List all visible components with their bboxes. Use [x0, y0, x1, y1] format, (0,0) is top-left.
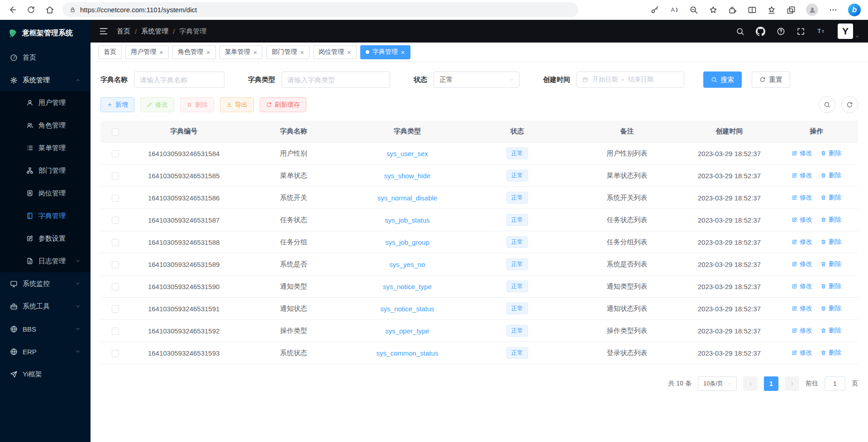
row-checkbox[interactable]: [112, 261, 119, 268]
extensions-icon[interactable]: [728, 5, 737, 14]
add-button[interactable]: 新增: [100, 97, 134, 112]
breadcrumb-home[interactable]: 首页: [117, 27, 130, 36]
dict-type-link[interactable]: sys_common_status: [377, 349, 439, 357]
user-avatar[interactable]: Y: [838, 24, 859, 39]
lock-icon[interactable]: [69, 6, 76, 13]
row-checkbox[interactable]: [112, 328, 119, 335]
close-icon[interactable]: ×: [401, 49, 405, 56]
favorites-add-icon[interactable]: [709, 5, 718, 14]
hamburger-icon[interactable]: [99, 27, 108, 36]
close-icon[interactable]: ×: [347, 49, 351, 56]
font-size-icon[interactable]: TT: [816, 27, 826, 36]
edit-row-link[interactable]: 修改: [792, 327, 812, 335]
edit-row-link[interactable]: 修改: [792, 216, 812, 224]
row-checkbox[interactable]: [112, 195, 119, 202]
dict-type-link[interactable]: sys_show_hide: [384, 172, 431, 180]
date-range-picker[interactable]: 开始日期 - 结束日期: [577, 71, 684, 88]
edit-row-link[interactable]: 修改: [792, 149, 812, 157]
edit-row-link[interactable]: 修改: [792, 304, 812, 313]
split-screen-icon[interactable]: [748, 5, 757, 14]
prev-page-button[interactable]: [743, 376, 758, 391]
sidebar-item-system-tools[interactable]: 系统工具: [0, 295, 91, 318]
favorites-bar-icon[interactable]: [767, 5, 776, 14]
delete-row-link[interactable]: 删除: [820, 282, 841, 290]
delete-row-link[interactable]: 删除: [820, 149, 841, 157]
dict-type-link[interactable]: sys_yes_no: [389, 261, 425, 268]
refresh-cache-button[interactable]: 刷新缓存: [260, 97, 306, 112]
close-icon[interactable]: ×: [300, 49, 304, 56]
edit-row-link[interactable]: 修改: [792, 194, 812, 202]
tab-dict-mgmt[interactable]: 字典管理×: [360, 45, 410, 59]
edit-row-link[interactable]: 修改: [792, 282, 812, 290]
edit-row-link[interactable]: 修改: [792, 171, 812, 180]
breadcrumb-system-mgmt[interactable]: 系统管理: [141, 27, 168, 36]
goto-page-input[interactable]: [825, 376, 845, 391]
sidebar-item-system-mgmt[interactable]: 系统管理: [0, 69, 91, 91]
sidebar-item-bbs[interactable]: BBS: [0, 318, 91, 340]
collections-icon[interactable]: [787, 5, 796, 14]
delete-row-link[interactable]: 删除: [820, 327, 841, 335]
close-icon[interactable]: ×: [206, 49, 210, 56]
dict-type-link[interactable]: sys_job_group: [385, 238, 429, 246]
tab-menu-mgmt[interactable]: 菜单管理×: [219, 45, 263, 59]
sidebar-item-yi-framework[interactable]: Yi框架: [0, 363, 91, 385]
status-select[interactable]: 正常: [434, 71, 520, 88]
show-search-toggle[interactable]: [819, 96, 835, 113]
tab-role-mgmt[interactable]: 角色管理×: [172, 45, 216, 59]
profile-avatar[interactable]: [806, 4, 818, 16]
edit-row-link[interactable]: 修改: [792, 260, 812, 268]
page-size-select[interactable]: 10条/页: [698, 376, 737, 391]
key-icon[interactable]: [650, 5, 659, 14]
copilot-icon[interactable]: b: [848, 4, 861, 16]
sidebar-item-home[interactable]: 首页: [0, 46, 91, 69]
page-number-current[interactable]: 1: [764, 376, 778, 391]
search-icon[interactable]: [736, 27, 744, 36]
dict-type-link[interactable]: sys_normal_disable: [377, 194, 438, 202]
zoom-out-icon[interactable]: [689, 5, 698, 14]
delete-row-link[interactable]: 删除: [820, 260, 841, 268]
read-aloud-icon[interactable]: A: [670, 5, 679, 14]
sidebar-item-role-mgmt[interactable]: 角色管理: [0, 114, 91, 137]
more-icon[interactable]: [829, 5, 838, 14]
fullscreen-icon[interactable]: [796, 27, 805, 36]
row-checkbox[interactable]: [112, 350, 119, 357]
dict-type-link[interactable]: sys_user_sex: [386, 150, 428, 157]
sidebar-item-log-mgmt[interactable]: 日志管理: [0, 250, 91, 272]
address-bar[interactable]: https://ccnetcore.com:1101/system/dict: [62, 2, 578, 17]
sidebar-item-erp[interactable]: ERP: [0, 340, 91, 363]
row-checkbox[interactable]: [112, 305, 119, 313]
tab-post-mgmt[interactable]: 岗位管理×: [313, 45, 357, 59]
reset-button[interactable]: 重置: [752, 71, 790, 88]
back-icon[interactable]: [7, 5, 17, 14]
sidebar-item-param-settings[interactable]: 参数设置: [0, 227, 91, 250]
next-page-button[interactable]: [785, 376, 799, 391]
dict-type-link[interactable]: sys_notice_status: [380, 305, 434, 313]
dict-type-link[interactable]: sys_notice_type: [383, 283, 432, 290]
delete-row-link[interactable]: 删除: [820, 349, 841, 357]
export-button[interactable]: 导出: [220, 97, 254, 112]
close-icon[interactable]: ×: [253, 49, 258, 56]
close-icon[interactable]: ×: [159, 49, 163, 56]
delete-row-link[interactable]: 删除: [820, 216, 841, 224]
dict-name-input[interactable]: [134, 71, 224, 88]
sidebar-item-dict-mgmt[interactable]: 字典管理: [0, 204, 91, 227]
tab-home[interactable]: 首页: [98, 45, 122, 59]
row-checkbox[interactable]: [112, 283, 119, 290]
sidebar-item-post-mgmt[interactable]: 岗位管理: [0, 182, 91, 204]
edit-button[interactable]: 修改: [140, 97, 174, 112]
sidebar-item-system-monitor[interactable]: 系统监控: [0, 272, 91, 295]
dict-type-link[interactable]: sys_job_status: [385, 216, 429, 224]
dict-type-input[interactable]: [281, 71, 390, 88]
row-checkbox[interactable]: [112, 239, 119, 246]
tab-user-mgmt[interactable]: 用户管理×: [125, 45, 169, 59]
refresh-icon[interactable]: [27, 5, 35, 14]
row-checkbox[interactable]: [112, 150, 119, 157]
edit-row-link[interactable]: 修改: [792, 238, 812, 246]
select-all-checkbox[interactable]: [112, 128, 119, 136]
delete-row-link[interactable]: 删除: [820, 171, 841, 180]
delete-row-link[interactable]: 删除: [820, 194, 841, 202]
delete-button[interactable]: 删除: [180, 97, 214, 112]
delete-row-link[interactable]: 删除: [820, 238, 841, 246]
sidebar-item-dept-mgmt[interactable]: 部门管理: [0, 159, 91, 182]
sidebar-item-menu-mgmt[interactable]: 菜单管理: [0, 137, 91, 159]
